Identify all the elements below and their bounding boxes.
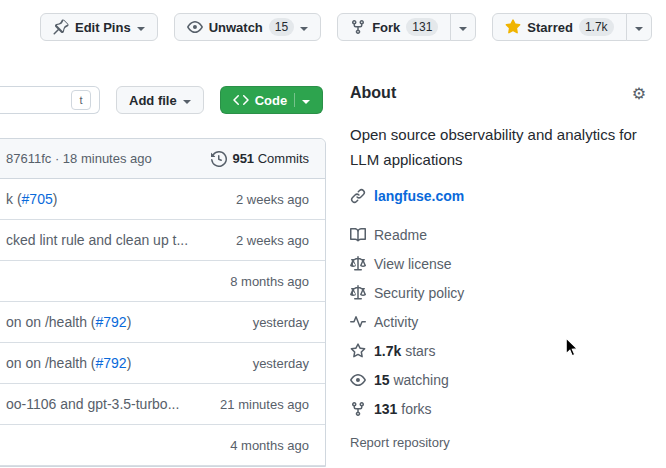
table-row[interactable]: on on /health (#792) yesterday [0,302,325,343]
chevron-down-icon [302,100,310,108]
edit-pins-label: Edit Pins [75,20,131,35]
commit-age: 4 months ago [230,438,309,453]
file-table: 87611fc · 18 minutes ago 951 Commits k (… [0,138,326,467]
chevron-down-icon [459,27,467,35]
issue-link[interactable]: #792 [96,355,127,371]
unwatch-button[interactable]: Unwatch 15 [174,13,322,41]
starred-button[interactable]: Starred 1.7k [492,13,626,41]
table-row[interactable]: oo-1106 and gpt-3.5-turbo... 21 minutes … [0,384,325,425]
website-row: langfuse.com [350,188,640,204]
forks-count-badge: 131 [406,18,438,36]
chevron-down-icon [137,27,145,35]
stars-stat-link[interactable]: 1.7k stars [350,336,640,365]
history-icon [211,151,227,167]
fork-dropdown-button[interactable] [450,13,476,41]
commit-message[interactable]: on on /health (#792) [6,314,131,330]
watchers-count-badge: 15 [269,18,294,36]
book-icon [350,227,366,243]
security-policy-link[interactable]: Security policy [350,278,640,307]
github-repo-page: Edit Pins Unwatch 15 Fork 131 Starred 1.… [0,0,666,468]
issue-link[interactable]: #705 [22,191,53,207]
add-file-label: Add file [129,93,177,108]
commit-age: 2 weeks ago [236,192,309,207]
fork-icon [350,19,366,35]
commits-history-link[interactable]: 951 Commits [211,151,309,167]
law-icon [350,285,366,301]
view-license-link[interactable]: View license [350,249,640,278]
table-row[interactable]: cked lint rule and clean up t... 2 weeks… [0,220,325,261]
commit-age: 21 minutes ago [220,397,309,412]
fork-icon [350,401,366,417]
edit-pins-button[interactable]: Edit Pins [40,13,158,41]
t-key-hint: t [71,90,91,110]
commit-message[interactable]: on on /health (#792) [6,355,131,371]
add-file-button[interactable]: Add file [116,86,204,114]
pulse-icon [350,314,366,330]
commit-age: yesterday [253,315,309,330]
watching-stat-link[interactable]: 15 watching [350,365,640,394]
commit-age: 8 months ago [230,274,309,289]
star-icon [350,343,366,359]
file-toolbar: t Add file Code [0,86,323,114]
table-row[interactable]: 4 months ago [0,425,325,466]
chevron-down-icon [300,27,308,35]
code-icon [233,92,249,108]
commit-message[interactable]: k (#705) [6,191,57,207]
fork-button-group: Fork 131 [337,13,476,41]
latest-commit-info: 87611fc · 18 minutes ago [6,151,152,166]
star-icon [505,19,521,35]
eye-icon [187,19,203,35]
law-icon [350,256,366,272]
code-button[interactable]: Code [220,86,324,114]
fork-button[interactable]: Fork 131 [337,13,451,41]
readme-link[interactable]: Readme [350,220,640,249]
star-button-group: Starred 1.7k [492,13,651,41]
table-row[interactable]: 8 months ago [0,261,325,302]
starred-label: Starred [527,20,573,35]
code-label: Code [255,93,288,108]
divider [294,93,295,107]
eye-icon [350,372,366,388]
latest-commit-bar: 87611fc · 18 minutes ago 951 Commits [0,139,325,179]
star-dropdown-button[interactable] [626,13,652,41]
chevron-down-icon [183,100,191,108]
website-link[interactable]: langfuse.com [374,188,464,204]
repo-action-bar: Edit Pins Unwatch 15 Fork 131 Starred 1.… [40,13,652,41]
pin-icon [53,19,69,35]
about-sidebar: About ⚙ Open source observability and an… [350,84,640,450]
commit-message[interactable]: oo-1106 and gpt-3.5-turbo... [6,396,179,412]
goto-file-input[interactable]: t [0,86,100,114]
stars-count-badge: 1.7k [579,18,614,36]
about-description: Open source observability and analytics … [350,122,640,172]
activity-link[interactable]: Activity [350,307,640,336]
mouse-cursor [565,337,579,358]
gear-icon[interactable]: ⚙ [632,84,646,104]
separator: · [51,151,63,166]
commit-age: yesterday [253,356,309,371]
about-title: About [350,84,640,102]
commit-time: 18 minutes ago [63,151,152,166]
table-row[interactable]: k (#705) 2 weeks ago [0,179,325,220]
table-row[interactable]: on on /health (#792) yesterday [0,343,325,384]
about-details-list: Readme View license Security policy Acti… [350,220,640,423]
commit-message[interactable]: cked lint rule and clean up t... [6,232,188,248]
chevron-down-icon [635,27,643,35]
link-icon [350,188,366,204]
forks-stat-link[interactable]: 131 forks [350,394,640,423]
commit-age: 2 weeks ago [236,233,309,248]
unwatch-label: Unwatch [209,20,263,35]
issue-link[interactable]: #792 [96,314,127,330]
report-repository-link[interactable]: Report repository [350,435,450,450]
commit-hash-link[interactable]: 87611fc [6,151,51,166]
fork-label: Fork [372,20,400,35]
